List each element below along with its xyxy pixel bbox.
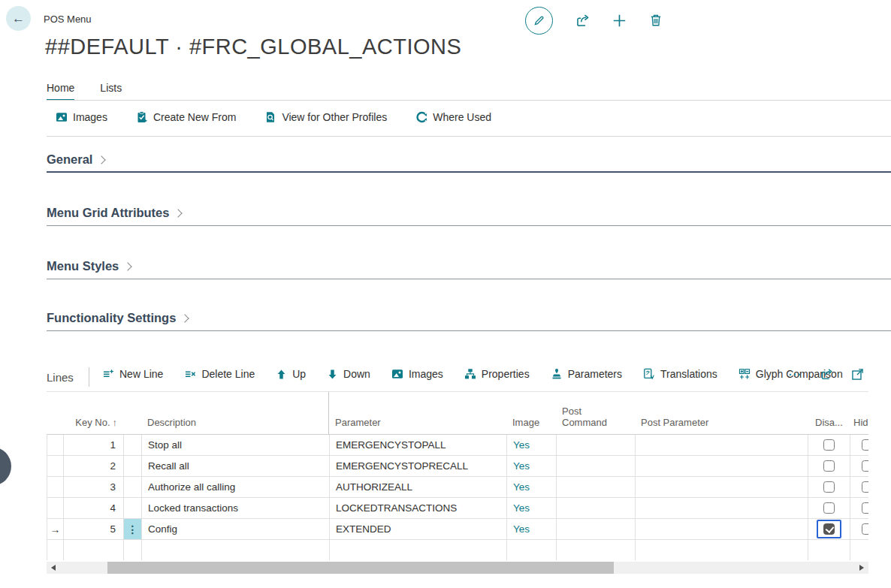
row-selector-cell[interactable]: [47, 498, 64, 519]
lines-expand-button[interactable]: [851, 368, 864, 381]
row-selector-cell[interactable]: [47, 477, 64, 498]
col-disabled[interactable]: Disa...: [808, 392, 850, 434]
parameter-cell[interactable]: EMERGENCYSTOPALL: [330, 435, 507, 456]
row-selector-cell[interactable]: →: [47, 519, 64, 540]
key-no-cell[interactable]: 1: [64, 435, 124, 456]
post-command-cell[interactable]: [557, 519, 636, 540]
ribbon-create-new-from-button[interactable]: Create New From: [136, 111, 236, 123]
row-menu-cell[interactable]: [124, 477, 142, 498]
tab-lists[interactable]: Lists: [100, 82, 122, 101]
arrow-up-icon: [276, 369, 287, 380]
section-menu-styles[interactable]: Menu Styles: [47, 259, 131, 273]
image-cell[interactable]: Yes: [507, 456, 557, 477]
table-row[interactable]: 1 Stop all EMERGENCYSTOPALL Yes: [47, 435, 868, 456]
description-cell[interactable]: Stop all: [142, 435, 330, 456]
hidden-checkbox[interactable]: [862, 460, 868, 472]
disabled-checkbox[interactable]: [823, 523, 835, 535]
scrollbar-thumb[interactable]: [107, 562, 614, 574]
row-menu-cell[interactable]: ⋮: [124, 519, 142, 540]
horizontal-scrollbar[interactable]: [47, 562, 868, 574]
disabled-cell: [808, 540, 850, 560]
row-menu-cell[interactable]: [124, 435, 142, 456]
ribbon-view-for-other-profiles-button[interactable]: View for Other Profiles: [264, 111, 387, 123]
key-no-cell[interactable]: 3: [64, 477, 124, 498]
image-cell[interactable]: Yes: [507, 498, 557, 519]
side-panel-handle[interactable]: [0, 447, 11, 486]
row-selector-cell[interactable]: [47, 456, 64, 477]
parameter-cell[interactable]: AUTHORIZEALL: [330, 477, 507, 498]
new-line-button[interactable]: New Line: [102, 368, 163, 380]
description-cell[interactable]: Config: [142, 519, 330, 540]
post-command-cell[interactable]: [557, 498, 636, 519]
post-command-cell[interactable]: [557, 456, 636, 477]
lines-caption: Lines: [47, 371, 74, 384]
table-row[interactable]: 4 Locked transactions LOCKEDTRANSACTIONS…: [47, 498, 868, 519]
move-up-button[interactable]: Up: [276, 368, 306, 380]
section-functionality-settings[interactable]: Functionality Settings: [47, 311, 188, 325]
image-cell[interactable]: Yes: [507, 477, 557, 498]
lines-share-button[interactable]: [820, 368, 833, 381]
disabled-checkbox[interactable]: [823, 460, 835, 472]
col-key-no[interactable]: Key No. ↑: [63, 392, 123, 434]
row-menu-cell[interactable]: [124, 456, 142, 477]
edit-button[interactable]: [525, 7, 553, 35]
col-parameter[interactable]: Parameter: [329, 392, 506, 434]
back-arrow-icon: ←: [12, 11, 25, 26]
hidden-checkbox[interactable]: [862, 523, 868, 535]
post-parameter-cell[interactable]: [636, 456, 808, 477]
table-row[interactable]: 3 Authorize all calling AUTHORIZEALL Yes: [47, 477, 868, 498]
key-no-cell[interactable]: 5: [64, 519, 124, 540]
description-cell[interactable]: Recall all: [142, 456, 330, 477]
disabled-checkbox[interactable]: [823, 481, 835, 493]
scroll-right-arrow-icon[interactable]: [859, 565, 864, 571]
disabled-checkbox[interactable]: [823, 502, 835, 514]
delete-line-button[interactable]: Delete Line: [184, 368, 255, 380]
post-parameter-cell[interactable]: [636, 477, 808, 498]
col-description[interactable]: Description: [141, 392, 329, 434]
col-post-parameter[interactable]: Post Parameter: [635, 392, 808, 434]
image-cell[interactable]: Yes: [507, 519, 557, 540]
post-parameter-cell[interactable]: [636, 435, 808, 456]
row-menu-cell[interactable]: [124, 498, 142, 519]
col-image[interactable]: Image: [506, 392, 556, 434]
hidden-checkbox[interactable]: [862, 481, 868, 493]
move-down-button[interactable]: Down: [327, 368, 370, 380]
more-options-button[interactable]: ⋯: [788, 368, 802, 381]
scroll-left-arrow-icon[interactable]: [51, 565, 56, 571]
translations-button[interactable]: Translations: [643, 368, 717, 380]
hidden-checkbox[interactable]: [862, 502, 868, 514]
table-row[interactable]: 2 Recall all EMERGENCYSTOPRECALL Yes: [47, 456, 868, 477]
lines-images-button[interactable]: Images: [391, 368, 443, 380]
key-no-cell[interactable]: 4: [64, 498, 124, 519]
tab-home[interactable]: Home: [47, 82, 74, 101]
ribbon-where-used-button[interactable]: Where Used: [415, 111, 491, 123]
parameter-cell[interactable]: LOCKEDTRANSACTIONS: [330, 498, 507, 519]
section-general[interactable]: General: [47, 152, 104, 167]
col-post-command[interactable]: Post Command: [556, 392, 635, 434]
description-cell[interactable]: Authorize all calling: [142, 477, 330, 498]
col-hidden[interactable]: Hid.: [850, 392, 868, 434]
new-button[interactable]: [612, 14, 627, 28]
table-row-current[interactable]: → 5 ⋮ Config EXTENDED Yes: [47, 519, 868, 540]
hidden-checkbox[interactable]: [862, 439, 868, 451]
image-cell[interactable]: Yes: [507, 435, 557, 456]
properties-button[interactable]: Properties: [464, 368, 530, 380]
delete-button[interactable]: [649, 14, 663, 27]
disabled-checkbox[interactable]: [823, 439, 835, 451]
post-parameter-cell[interactable]: [636, 519, 808, 540]
table-row-empty[interactable]: [47, 540, 868, 560]
ribbon-images-button[interactable]: Images: [56, 111, 107, 123]
post-command-cell[interactable]: [557, 435, 636, 456]
parameter-cell[interactable]: EXTENDED: [330, 519, 507, 540]
parameter-cell[interactable]: EMERGENCYSTOPRECALL: [330, 456, 507, 477]
key-no-cell[interactable]: 2: [64, 456, 124, 477]
section-menu-grid-attributes[interactable]: Menu Grid Attributes: [47, 206, 181, 220]
row-selector-cell[interactable]: [47, 435, 64, 456]
post-parameter-cell[interactable]: [636, 498, 808, 519]
post-command-cell[interactable]: [557, 477, 636, 498]
share-button[interactable]: [575, 14, 590, 28]
description-cell[interactable]: Locked transactions: [142, 498, 330, 519]
row-menu-dots-icon: ⋮: [128, 523, 138, 535]
parameters-button[interactable]: Parameters: [551, 368, 622, 380]
back-button[interactable]: ←: [6, 6, 31, 31]
